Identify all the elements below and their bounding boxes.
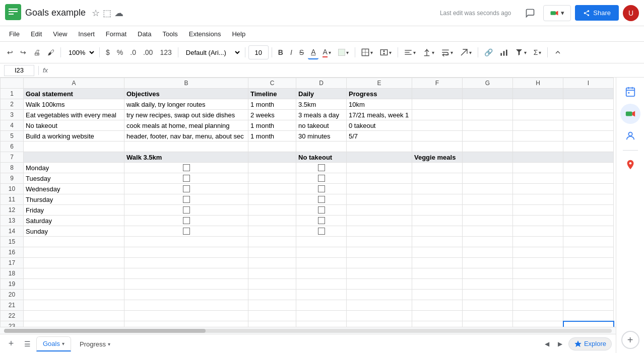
cell-a1[interactable]: Goal statement (24, 89, 124, 99)
cell-f4[interactable] (412, 120, 463, 131)
add-sidebar-icon[interactable]: + (621, 331, 639, 349)
cell-a5[interactable]: Build a working website (24, 131, 124, 142)
cell-d18[interactable] (296, 268, 347, 279)
folder-icon[interactable]: ⬚ (103, 8, 111, 19)
cell-i9[interactable] (563, 173, 614, 184)
row-num-1[interactable]: 1 (1, 89, 24, 99)
cell-h13[interactable] (513, 216, 563, 226)
cell-a21[interactable] (24, 300, 124, 311)
cell-i10[interactable] (563, 184, 614, 194)
cell-b12[interactable] (124, 205, 248, 216)
cell-b21[interactable] (124, 300, 248, 311)
cell-b9[interactable] (124, 173, 248, 184)
link-button[interactable]: 🔗 (481, 45, 496, 59)
cell-e20[interactable] (347, 290, 412, 300)
cell-i13[interactable] (563, 216, 614, 226)
cell-h15[interactable] (513, 237, 563, 247)
cell-b17[interactable] (124, 258, 248, 268)
cell-b14[interactable] (124, 226, 248, 237)
cell-h1[interactable] (513, 89, 563, 99)
cell-d1[interactable]: Daily (296, 89, 347, 99)
grid-wrapper[interactable]: A B C D E F G H I 1Goal statementObjecti… (0, 78, 616, 327)
cell-f6[interactable] (412, 142, 463, 152)
cell-h12[interactable] (513, 205, 563, 216)
row-num-17[interactable]: 17 (1, 258, 24, 268)
cell-a11[interactable]: Thursday (24, 194, 124, 205)
col-header-f[interactable]: F (412, 78, 463, 89)
checkbox-cell-b8[interactable] (126, 163, 246, 173)
checkbox-b9[interactable] (183, 175, 190, 182)
cell-e15[interactable] (347, 237, 412, 247)
text-rotate-button[interactable]: ▾ (457, 45, 475, 59)
cell-c11[interactable] (248, 194, 296, 205)
cell-g14[interactable] (463, 226, 513, 237)
cell-d16[interactable] (296, 247, 347, 258)
avatar[interactable]: U (623, 5, 639, 21)
cell-e5[interactable]: 5/7 (347, 131, 412, 142)
menu-insert[interactable]: Insert (73, 28, 100, 40)
cell-b8[interactable] (124, 163, 248, 173)
cell-e21[interactable] (347, 300, 412, 311)
cell-c10[interactable] (248, 184, 296, 194)
scroll-track[interactable] (4, 329, 612, 333)
cell-h11[interactable] (513, 194, 563, 205)
checkbox-b12[interactable] (183, 206, 190, 214)
cell-i21[interactable] (563, 300, 614, 311)
sheet-tab-goals[interactable]: Goals ▾ (36, 336, 71, 351)
cell-g13[interactable] (463, 216, 513, 226)
cell-a20[interactable] (24, 290, 124, 300)
cell-c21[interactable] (248, 300, 296, 311)
cell-h17[interactable] (513, 258, 563, 268)
row-num-15[interactable]: 15 (1, 237, 24, 247)
checkbox-d9[interactable] (318, 175, 325, 182)
cell-d15[interactable] (296, 237, 347, 247)
row-num-20[interactable]: 20 (1, 290, 24, 300)
cell-c15[interactable] (248, 237, 296, 247)
cell-f18[interactable] (412, 268, 463, 279)
cell-b2[interactable]: walk daily, try longer routes (124, 99, 248, 110)
row-num-14[interactable]: 14 (1, 226, 24, 237)
zoom-select[interactable]: 100% 75% 50% 125% 150% (64, 45, 96, 59)
checkbox-cell-b9[interactable] (126, 173, 246, 183)
col-header-e[interactable]: E (347, 78, 412, 89)
print-button[interactable]: 🖨 (30, 45, 43, 59)
cell-d12[interactable] (296, 205, 347, 216)
cell-i5[interactable] (563, 131, 614, 142)
checkbox-b8[interactable] (183, 164, 190, 171)
cell-c19[interactable] (248, 279, 296, 290)
checkbox-d14[interactable] (318, 228, 325, 235)
cell-h9[interactable] (513, 173, 563, 184)
cell-f15[interactable] (412, 237, 463, 247)
cell-e3[interactable]: 17/21 meals, week 1 (347, 110, 412, 120)
cell-g3[interactable] (463, 110, 513, 120)
row-num-7[interactable]: 7 (1, 152, 24, 163)
menu-tools[interactable]: Tools (157, 28, 182, 40)
cell-g6[interactable] (463, 142, 513, 152)
cell-i8[interactable] (563, 163, 614, 173)
cell-c5[interactable]: 1 month (248, 131, 296, 142)
cell-f13[interactable] (412, 216, 463, 226)
col-header-i[interactable]: I (563, 78, 614, 89)
menu-edit[interactable]: Edit (26, 28, 47, 40)
cell-h7[interactable] (513, 152, 563, 163)
cell-a8[interactable]: Monday (24, 163, 124, 173)
checkbox-d10[interactable] (318, 185, 325, 192)
col-header-c[interactable]: C (248, 78, 296, 89)
row-num-4[interactable]: 4 (1, 120, 24, 131)
col-header-a[interactable]: A (24, 78, 124, 89)
cell-e23[interactable] (347, 321, 412, 327)
menu-data[interactable]: Data (133, 28, 156, 40)
star-icon[interactable]: ☆ (92, 8, 100, 19)
checkbox-cell-b10[interactable] (126, 184, 246, 194)
col-header-h[interactable]: H (513, 78, 563, 89)
cell-a2[interactable]: Walk 100kms (24, 99, 124, 110)
cell-a15[interactable] (24, 237, 124, 247)
scroll-right-button[interactable]: ▶ (554, 338, 566, 350)
cell-g22[interactable] (463, 311, 513, 321)
font-family-select[interactable]: Default (Ari...) (181, 45, 242, 59)
cell-c8[interactable] (248, 163, 296, 173)
cell-i14[interactable] (563, 226, 614, 237)
cell-g5[interactable] (463, 131, 513, 142)
cell-d10[interactable] (296, 184, 347, 194)
cell-g18[interactable] (463, 268, 513, 279)
